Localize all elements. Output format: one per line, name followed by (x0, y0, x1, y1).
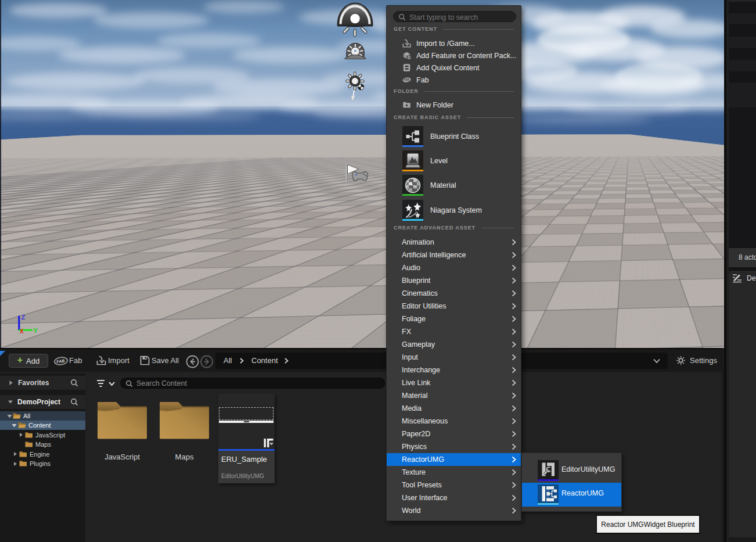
svg-text:FAB: FAB (404, 78, 409, 81)
svg-text:Z: Z (21, 314, 26, 321)
svg-text:Y: Y (34, 327, 38, 334)
svg-text:X: X (20, 328, 24, 335)
